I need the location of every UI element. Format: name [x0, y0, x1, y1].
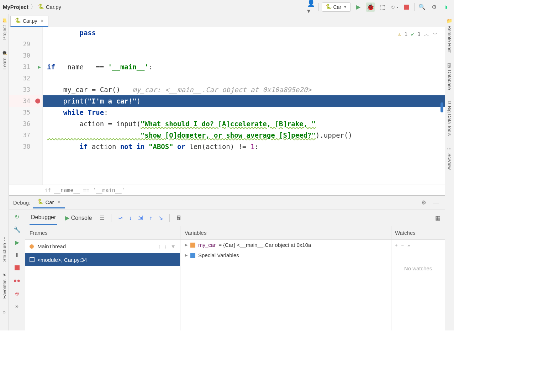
add-watch-icon[interactable]: + [395, 243, 398, 248]
scrollbar-marker[interactable] [441, 102, 443, 112]
stop-button[interactable] [13, 264, 21, 272]
run-configuration-selector[interactable]: Car ▼ [322, 2, 351, 12]
variables-header: Variables [180, 226, 391, 240]
run-button[interactable]: ▶ [354, 2, 363, 12]
profile-button[interactable]: ⏲▾ [390, 2, 399, 12]
mute-breakpoints[interactable]: ⦸ [13, 290, 21, 297]
code-area[interactable]: ⚠1 ✔3 ︿ ﹀ pass if __name__ == '__main__'… [43, 27, 445, 185]
debug-toolbar: Debugger ▶ Console ☰ ⤻ ↓ ⇲ ↑ ↘ 🖩 ▦ [25, 210, 445, 226]
editor-tab-car[interactable]: Car.py × [10, 16, 48, 27]
coverage-button[interactable]: ⬚ [378, 2, 387, 12]
more-icon[interactable]: » [407, 243, 410, 248]
evaluate-expression-icon[interactable]: 🖩 [176, 215, 182, 221]
run-config-name: Car [333, 4, 342, 10]
frame-dropdown-icon[interactable]: ▼ [170, 243, 176, 249]
editor-tab-label: Car.py [23, 18, 37, 24]
run-gutter-icon[interactable]: ▶ [38, 64, 41, 70]
debug-session-tab[interactable]: Car × [33, 197, 64, 208]
inspection-widget[interactable]: ⚠1 ✔3 ︿ ﹀ [398, 28, 438, 40]
rerun-button[interactable]: ↻ [13, 213, 21, 221]
check-icon: ✔ [411, 28, 414, 40]
stop-button[interactable] [402, 2, 411, 12]
debug-panel: Debug: Car × ⚙ — ↻ 🔧 ▶ ⏸ ●● ⦸ » [9, 195, 445, 330]
python-file-icon [15, 18, 21, 24]
more-icon[interactable]: » [13, 302, 21, 310]
run-to-cursor-icon[interactable]: ↘ [158, 214, 163, 221]
special-vars-icon [190, 253, 195, 258]
database-tool[interactable]: 🗄Database [447, 63, 452, 90]
close-icon[interactable]: × [41, 18, 43, 24]
editor-tabs: Car.py × [9, 14, 445, 27]
remove-watch-icon[interactable]: − [401, 243, 404, 248]
debug-button[interactable]: 🐞 [366, 2, 375, 12]
thread-dump-icon[interactable]: ☰ [100, 214, 105, 221]
variable-row[interactable]: ▶ Special Variables [180, 250, 391, 260]
watches-header: Watches [391, 226, 445, 240]
minimize-icon[interactable]: — [431, 198, 441, 207]
debug-title: Debug: [13, 200, 30, 206]
next-highlight[interactable]: ﹀ [433, 28, 438, 40]
expand-icon[interactable]: ▶ [185, 243, 188, 247]
breadcrumb-file[interactable]: Car.py [46, 4, 61, 10]
learn-tool[interactable]: Learn🎓 [2, 50, 7, 69]
toolbar: MyProject 〉 Car.py 👤▾ Car ▼ ▶ 🐞 ⬚ ⏲▾ 🔍 ⚙… [0, 0, 454, 14]
debug-settings-icon[interactable]: ⚙ [419, 198, 428, 207]
prev-highlight[interactable]: ︿ [424, 28, 429, 40]
structure-tool[interactable]: Structure⋮ [2, 237, 7, 262]
python-icon [326, 4, 331, 10]
jetbrains-icon[interactable]: ◗ [442, 2, 451, 12]
variables-pane: Variables ▶ my_car = {Car} <__main__.Car… [180, 226, 391, 330]
next-frame-icon[interactable]: ↓ [164, 243, 167, 249]
modify-run-config[interactable]: 🔧 [13, 226, 21, 233]
current-execution-line: print("I'm a car!") [43, 95, 445, 107]
chevron-down-icon: ▼ [343, 5, 347, 9]
thread-status-icon [30, 244, 34, 249]
right-tool-rail: 📁Remote Host 🗄Database DBig Data Tools ⋮… [445, 14, 454, 330]
breadcrumb[interactable]: MyProject 〉 Car.py [3, 4, 61, 10]
expand-icon[interactable]: ▶ [185, 253, 188, 258]
editor[interactable]: 29 30 31▶ 32 33 34 35 36 37 38 ⚠1 ✔3 ︿ ﹀… [9, 27, 445, 185]
prev-frame-icon[interactable]: ↑ [158, 243, 161, 249]
gutter[interactable]: 29 30 31▶ 32 33 34 35 36 37 38 [9, 27, 43, 185]
pause-button[interactable]: ⏸ [13, 251, 21, 259]
bigdata-tool[interactable]: DBig Data Tools [447, 101, 452, 136]
stack-frame[interactable]: <module>, Car.py:34 [25, 253, 180, 266]
breadcrumb-project[interactable]: MyProject [3, 4, 28, 10]
step-over-icon[interactable]: ⤻ [118, 214, 122, 221]
frame-icon [30, 257, 35, 262]
left-tool-rail: Project📁 Learn🎓 Structure⋮ Favorites★ » [0, 14, 9, 330]
search-icon[interactable]: 🔍 [417, 2, 427, 12]
debug-sidebar: ↻ 🔧 ▶ ⏸ ●● ⦸ » [9, 210, 25, 330]
view-breakpoints[interactable]: ●● [13, 277, 21, 285]
chevron-right-icon: 〉 [31, 4, 36, 10]
watches-empty: No watches [391, 251, 445, 330]
warning-icon: ⚠ [398, 28, 401, 40]
debugger-tab[interactable]: Debugger [30, 211, 57, 225]
settings-icon[interactable]: ⚙ [429, 2, 439, 12]
step-into-my-code-icon[interactable]: ⇲ [138, 214, 143, 221]
object-icon [190, 243, 195, 248]
step-out-icon[interactable]: ↑ [149, 215, 152, 221]
variable-row[interactable]: ▶ my_car = {Car} <__main__.Car object at… [180, 240, 391, 250]
more-icon[interactable]: » [3, 309, 6, 313]
close-icon[interactable]: × [58, 199, 60, 205]
project-tool[interactable]: Project📁 [2, 18, 7, 39]
thread-selector[interactable]: MainThread ↑ ↓ ▼ [25, 240, 180, 253]
breakpoint-icon[interactable] [35, 99, 40, 104]
console-tab[interactable]: ▶ Console [64, 211, 93, 225]
frames-pane: Frames MainThread ↑ ↓ ▼ < [25, 226, 180, 330]
python-icon [37, 199, 43, 205]
sciview-tool[interactable]: ⋮SciView [447, 147, 452, 170]
python-file-icon [38, 4, 44, 10]
favorites-tool[interactable]: Favorites★ [2, 272, 7, 298]
remote-host-tool[interactable]: 📁Remote Host [447, 18, 452, 53]
resume-button[interactable]: ▶ [13, 238, 21, 246]
user-icon[interactable]: 👤▾ [307, 3, 316, 11]
watches-pane: Watches + − » No watches [391, 226, 445, 330]
step-into-icon[interactable]: ↓ [129, 215, 132, 221]
frames-header: Frames [25, 226, 180, 240]
layout-settings-icon[interactable]: ▦ [435, 214, 441, 221]
context-crumb[interactable]: if __name__ == '__main__' [9, 185, 445, 195]
